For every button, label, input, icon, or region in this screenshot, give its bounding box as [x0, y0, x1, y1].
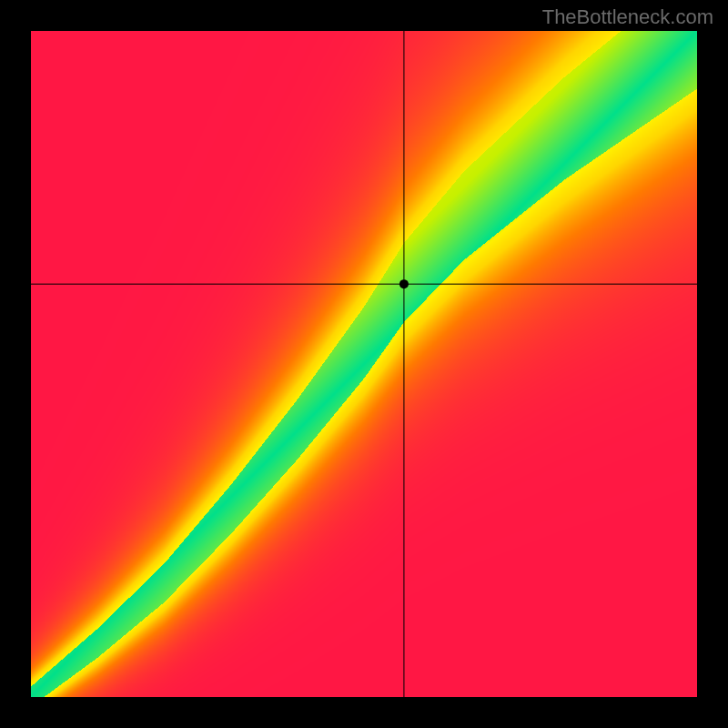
plot-area — [31, 31, 697, 697]
heatmap-canvas — [31, 31, 697, 697]
chart-container: TheBottleneck.com — [0, 0, 728, 728]
watermark-text: TheBottleneck.com — [542, 5, 713, 29]
